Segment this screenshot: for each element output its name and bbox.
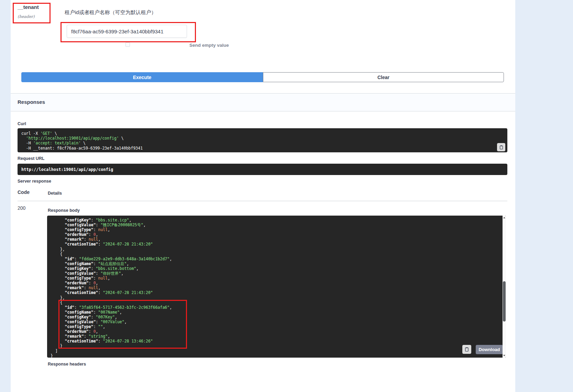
request-url-text: http://localhost:19001/api/app/config — [21, 167, 113, 172]
clear-button[interactable]: Clear — [263, 72, 504, 82]
annotation-box-tenant-input — [60, 22, 196, 42]
curl-label: Curl — [18, 121, 26, 126]
parameter-description: 租户id或者租户名称（可空为默认租户） — [65, 9, 156, 16]
details-column-header: Details — [48, 191, 62, 196]
clipboard-icon — [499, 145, 504, 150]
response-body-label: Response body — [48, 208, 80, 213]
curl-code: curl -X 'GET' \ 'http://localhost:19001/… — [21, 131, 492, 151]
download-button[interactable]: Download — [476, 345, 503, 354]
execute-button[interactable]: Execute — [21, 72, 263, 82]
copy-response-button[interactable] — [462, 345, 471, 354]
server-response-label: Server response — [18, 179, 51, 184]
response-headers-label: Response headers — [48, 362, 86, 367]
copy-curl-button[interactable] — [497, 143, 505, 151]
response-body-block: "configKey": "bbs.site.icp", "configValu… — [47, 216, 506, 358]
response-scrollbar[interactable] — [503, 216, 506, 358]
curl-block: curl -X 'GET' \ 'http://localhost:19001/… — [18, 128, 507, 152]
send-empty-checkbox[interactable] — [125, 42, 130, 47]
scrollbar-thumb[interactable] — [503, 281, 506, 322]
request-url-block: http://localhost:19001/api/app/config — [18, 164, 507, 175]
responses-header: Responses — [11, 93, 515, 111]
send-empty-label: Send empty value — [189, 43, 229, 48]
swagger-page: __tenant (header) 租户id或者租户名称（可空为默认租户） Se… — [0, 0, 573, 392]
scroll-down-icon[interactable] — [503, 353, 506, 358]
responses-title: Responses — [18, 99, 45, 105]
annotation-box-parameter-name — [13, 3, 51, 23]
clipboard-icon — [464, 347, 469, 352]
scroll-up-icon[interactable] — [503, 216, 506, 220]
annotation-box-response-object — [58, 300, 187, 349]
table-divider — [18, 201, 507, 201]
request-url-label: Request URL — [18, 156, 44, 161]
code-column-header: Code — [18, 189, 30, 195]
status-code: 200 — [18, 205, 25, 211]
